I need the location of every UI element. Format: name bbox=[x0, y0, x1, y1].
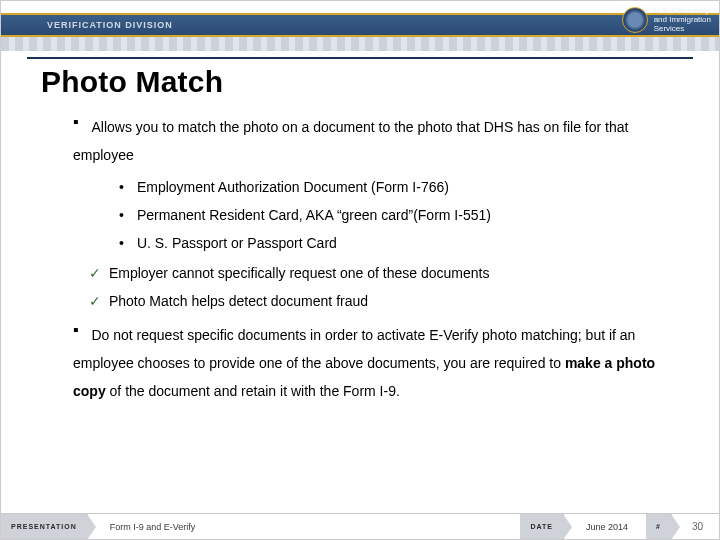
sub-bullet-list: • Employment Authorization Document (For… bbox=[73, 173, 689, 257]
header-rule bbox=[27, 57, 693, 59]
check-icon: ✓ bbox=[89, 287, 105, 315]
agency-block: U.S. Citizenship and Immigration Service… bbox=[622, 7, 711, 33]
slide-header: VERIFICATION DIVISION U.S. Citizenship a… bbox=[1, 1, 719, 55]
slide-title: Photo Match bbox=[41, 65, 689, 99]
dot-bullet-icon: • bbox=[119, 201, 133, 229]
footer-spacer bbox=[213, 514, 520, 539]
header-bar: VERIFICATION DIVISION bbox=[1, 13, 719, 37]
check-text: Employer cannot specifically request one… bbox=[109, 265, 490, 281]
division-label: VERIFICATION DIVISION bbox=[47, 20, 173, 30]
check-text: Photo Match helps detect document fraud bbox=[109, 293, 368, 309]
sub-bullet-text: Permanent Resident Card, AKA “green card… bbox=[137, 207, 491, 223]
check-item: ✓ Photo Match helps detect document frau… bbox=[89, 287, 689, 315]
bullet-list: ▪ Allows you to match the photo on a doc… bbox=[41, 113, 689, 405]
slide-footer: PRESENTATION Form I-9 and E-Verify DATE … bbox=[1, 513, 719, 539]
bullet-text: Allows you to match the photo on a docum… bbox=[73, 119, 628, 163]
bullet-text: Do not request specific documents in ord… bbox=[73, 327, 655, 399]
footer-tab-number: # bbox=[646, 514, 672, 539]
square-bullet-icon: ▪ bbox=[73, 113, 87, 131]
check-item: ✓ Employer cannot specifically request o… bbox=[89, 259, 689, 287]
check-list: ✓ Employer cannot specifically request o… bbox=[73, 259, 689, 315]
footer-date-value: June 2014 bbox=[564, 514, 646, 539]
dhs-seal-icon bbox=[622, 7, 648, 33]
slide: VERIFICATION DIVISION U.S. Citizenship a… bbox=[0, 0, 720, 540]
bullet-item: ▪ Allows you to match the photo on a doc… bbox=[73, 113, 689, 315]
sub-bullet-text: Employment Authorization Document (Form … bbox=[137, 179, 449, 195]
footer-tab-presentation: PRESENTATION bbox=[1, 514, 88, 539]
sub-bullet-text: U. S. Passport or Passport Card bbox=[137, 235, 337, 251]
content-area: Photo Match ▪ Allows you to match the ph… bbox=[41, 65, 689, 503]
bullet-item: ▪ Do not request specific documents in o… bbox=[73, 321, 689, 405]
square-bullet-icon: ▪ bbox=[73, 321, 87, 339]
sub-bullet-item: • U. S. Passport or Passport Card bbox=[119, 229, 689, 257]
sub-bullet-item: • Permanent Resident Card, AKA “green ca… bbox=[119, 201, 689, 229]
sub-bullet-item: • Employment Authorization Document (For… bbox=[119, 173, 689, 201]
footer-tab-date: DATE bbox=[520, 514, 564, 539]
check-icon: ✓ bbox=[89, 259, 105, 287]
footer-presentation-value: Form I-9 and E-Verify bbox=[88, 514, 214, 539]
agency-name: U.S. Citizenship and Immigration Service… bbox=[654, 7, 711, 33]
dot-bullet-icon: • bbox=[119, 173, 133, 201]
dot-bullet-icon: • bbox=[119, 229, 133, 257]
